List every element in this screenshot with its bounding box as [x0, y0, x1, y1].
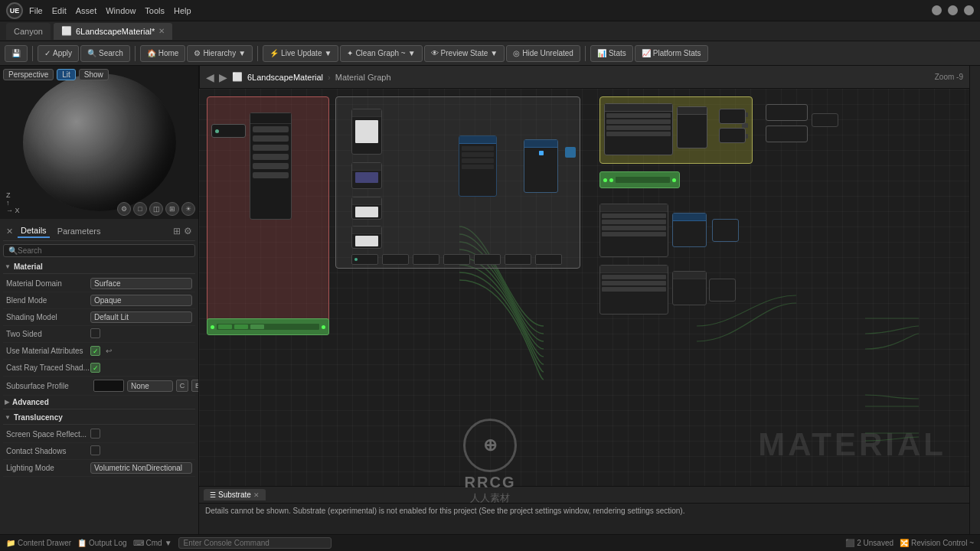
output-log-button[interactable]: 📋 Output Log	[77, 539, 126, 547]
node-green-bar[interactable]	[599, 171, 680, 188]
node-extra-3[interactable]	[812, 113, 838, 127]
menu-file[interactable]: File	[29, 6, 43, 15]
translucency-section-header[interactable]: ▼ Translucency	[3, 411, 195, 425]
node-texture-1[interactable]	[351, 109, 382, 155]
viewport-ctrl-4[interactable]: ⊞	[165, 202, 179, 216]
contact-shadows-checkbox[interactable]	[90, 445, 100, 455]
console-input[interactable]	[178, 537, 332, 549]
node-bottom-right-3[interactable]	[709, 279, 736, 302]
tab-material[interactable]: ⬜ 6LandscapeMaterial* ✕	[54, 23, 172, 40]
cast-ray-traced-checkbox[interactable]: ✓	[90, 363, 100, 373]
preview-state-button[interactable]: 👁 Preview State ▼	[424, 45, 505, 62]
node-far-right-2[interactable]	[719, 128, 746, 143]
cmd-button[interactable]: ⌨ Cmd ▼	[133, 539, 172, 547]
subsurface-btn-2[interactable]: B	[191, 380, 198, 392]
node-bottom-2[interactable]	[382, 254, 409, 265]
node-green-bottom[interactable]	[207, 318, 329, 335]
tab-close-button[interactable]: ✕	[158, 27, 165, 35]
subsurface-btn-1[interactable]: C	[176, 380, 188, 392]
use-material-attributes-checkbox[interactable]: ✓	[90, 346, 100, 356]
node-bottom-right-2[interactable]	[672, 271, 707, 305]
content-drawer-button[interactable]: 📁 Content Drawer	[6, 539, 71, 547]
clean-graph-button[interactable]: ✦ Clean Graph ~ ▼	[340, 45, 422, 62]
show-button[interactable]: Show	[79, 69, 109, 80]
material-section-header[interactable]: ▼ Material	[3, 260, 195, 274]
node-far-right-1[interactable]	[719, 109, 746, 124]
panel-search[interactable]: 🔍	[3, 244, 195, 257]
unsaved-indicator[interactable]: ⬛ 2 Unsaved	[845, 539, 893, 547]
viewport-ctrl-3[interactable]: ◫	[149, 202, 163, 216]
breadcrumb-graph[interactable]: Material Graph	[335, 73, 391, 82]
node-yellow-main[interactable]	[604, 103, 673, 155]
lighting-mode-select[interactable]: Volumetric NonDirectional	[90, 462, 192, 474]
reset-icon[interactable]: ↩	[106, 347, 112, 355]
breadcrumb-back[interactable]: ◀	[206, 71, 214, 83]
shading-model-value[interactable]: Default Lit	[90, 311, 192, 323]
viewport-ctrl-2[interactable]: □	[133, 202, 147, 216]
subsurface-color-swatch[interactable]	[93, 380, 124, 392]
two-sided-checkbox[interactable]	[90, 328, 100, 338]
minimize-button[interactable]	[932, 5, 942, 15]
node-blend[interactable]	[459, 135, 497, 197]
maximize-button[interactable]	[948, 5, 958, 15]
revision-control-button[interactable]: 🔀 Revision Control ~	[900, 539, 974, 547]
tab-project[interactable]: Canyon	[6, 23, 51, 40]
viewport-ctrl-5[interactable]: ☀	[181, 202, 195, 216]
perspective-button[interactable]: Perspective	[3, 69, 54, 80]
blend-mode-value[interactable]: Opaque	[90, 295, 192, 306]
node-bottom-3[interactable]	[413, 254, 439, 265]
node-teal-connector[interactable]	[565, 147, 576, 158]
node-endpoint[interactable]	[524, 139, 558, 193]
node-mid-right-2[interactable]	[672, 213, 707, 247]
panel-grid-icon[interactable]: ⊞	[173, 226, 181, 236]
panel-close-icon[interactable]: ✕	[6, 227, 13, 236]
viewport-ctrl-1[interactable]: ⚙	[117, 202, 131, 216]
toolbar-save-button[interactable]: 💾	[5, 45, 28, 62]
hide-unrelated-button[interactable]: ◎ Hide Unrelated	[506, 45, 580, 62]
subsurface-profile-input[interactable]	[127, 380, 173, 392]
menu-tools[interactable]: Tools	[145, 6, 165, 15]
tab-parameters[interactable]: Parameters	[54, 225, 104, 237]
material-domain-select[interactable]: Surface	[90, 278, 192, 289]
node-yellow-right[interactable]	[677, 106, 707, 148]
tab-details[interactable]: Details	[18, 224, 50, 238]
node-mid-right-3[interactable]	[712, 219, 739, 242]
screen-space-checkbox[interactable]	[90, 429, 100, 439]
lighting-mode-value[interactable]: Volumetric NonDirectional	[90, 462, 192, 474]
hierarchy-button[interactable]: ⚙ Hierarchy ▼	[187, 45, 253, 62]
node-bottom-4[interactable]	[443, 254, 470, 265]
material-domain-value[interactable]: Surface	[90, 278, 192, 289]
substrate-tab[interactable]: ☰ Substrate ✕	[204, 489, 266, 500]
substrate-tab-close[interactable]: ✕	[253, 491, 260, 499]
node-texture-blue[interactable]	[351, 162, 382, 189]
advanced-section-header[interactable]: ▶ Advanced	[3, 396, 195, 409]
node-mid-right-main[interactable]	[599, 204, 668, 257]
breadcrumb-forward[interactable]: ▶	[219, 71, 227, 83]
node-extra-1[interactable]	[766, 104, 808, 121]
node-bottom-7[interactable]	[535, 254, 562, 265]
blend-mode-select[interactable]: Opaque	[90, 295, 192, 306]
node-bottom-6[interactable]	[505, 254, 531, 265]
search-button[interactable]: 🔍 Search	[80, 45, 130, 62]
lit-button[interactable]: Lit	[57, 69, 76, 80]
node-bottom-5[interactable]	[474, 254, 501, 265]
node-texture-white[interactable]	[351, 197, 382, 220]
viewport[interactable]: Perspective Lit Show Z ↑ → X ⚙ □ ◫ ⊞ ☀	[0, 66, 198, 219]
close-button[interactable]	[964, 5, 974, 15]
search-input[interactable]	[18, 246, 190, 255]
node-texture-white-2[interactable]	[351, 226, 382, 249]
breadcrumb-material[interactable]: 6LandscapeMaterial	[247, 73, 323, 82]
stats-button[interactable]: 📊 Stats	[590, 45, 633, 62]
menu-window[interactable]: Window	[106, 6, 136, 15]
node-bottom-1[interactable]	[351, 254, 378, 265]
menu-asset[interactable]: Asset	[76, 6, 97, 15]
graph-area[interactable]: MATERIAL	[199, 89, 969, 486]
node-connector-left[interactable]	[211, 124, 246, 138]
platform-stats-button[interactable]: 📈 Platform Stats	[635, 45, 708, 62]
apply-button[interactable]: ✓ Apply	[38, 45, 79, 62]
shading-model-select[interactable]: Default Lit	[90, 311, 192, 323]
panel-settings-icon[interactable]: ⚙	[184, 226, 192, 236]
menu-help[interactable]: Help	[174, 6, 191, 15]
node-dark-tall[interactable]	[250, 112, 292, 220]
node-bottom-right-1[interactable]	[599, 265, 668, 315]
